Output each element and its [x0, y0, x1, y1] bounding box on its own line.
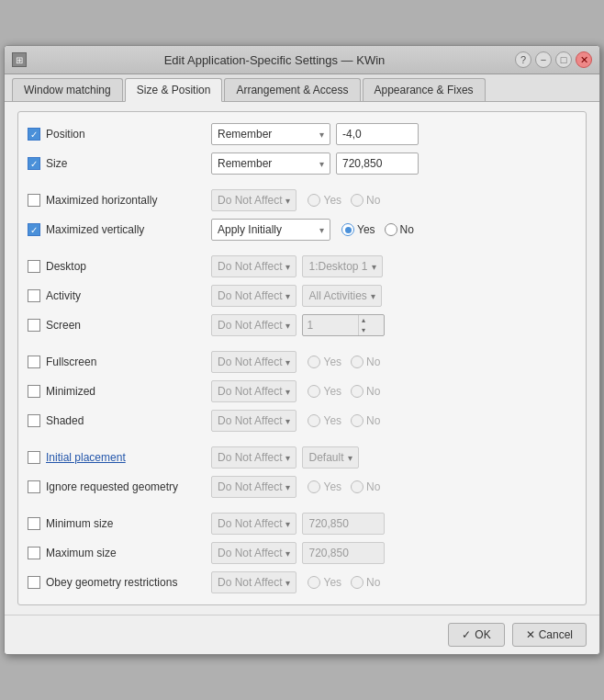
dropdown-arrow-icon: ▾: [285, 416, 290, 426]
minimum-size-label-area: Minimum size: [28, 517, 211, 530]
screen-spinbox-input[interactable]: [303, 319, 358, 332]
activity-dropdown-value: Do Not Affect: [218, 289, 282, 302]
size-checkbox[interactable]: [28, 157, 40, 170]
row-obey-geometry: Obey geometry restrictions Do Not Affect…: [28, 568, 576, 597]
maximized-v-yes[interactable]: Yes: [341, 223, 375, 236]
position-input[interactable]: [336, 123, 419, 145]
fullscreen-dropdown[interactable]: Do Not Affect ▾: [211, 351, 296, 373]
minimum-size-checkbox[interactable]: [28, 517, 40, 530]
obey-geometry-controls: Do Not Affect ▾ Yes No: [211, 571, 576, 593]
divider-2: [28, 244, 576, 252]
maximized-h-label-area: Maximized horizontally: [28, 194, 211, 207]
ignore-geometry-radio-group: Yes No: [308, 480, 380, 493]
divider-1: [28, 178, 576, 186]
maximized-v-dropdown[interactable]: Apply Initially ▾: [211, 219, 330, 241]
main-window: ⊞ Edit Application-Specific Settings — K…: [4, 45, 600, 655]
maximum-size-checkbox[interactable]: [28, 547, 40, 559]
shaded-radio-group: Yes No: [308, 414, 380, 427]
initial-placement-secondary-dropdown[interactable]: Default ▾: [302, 446, 358, 469]
maximized-v-label: Maximized vertically: [46, 223, 144, 236]
desktop-checkbox[interactable]: [28, 260, 40, 273]
screen-spinbox-up[interactable]: ▴: [359, 315, 368, 325]
minimize-button[interactable]: −: [535, 51, 552, 68]
screen-dropdown[interactable]: Do Not Affect ▾: [211, 314, 296, 336]
obey-geometry-dropdown[interactable]: Do Not Affect ▾: [211, 571, 296, 593]
ignore-geometry-dropdown-value: Do Not Affect: [218, 480, 282, 493]
position-checkbox[interactable]: [28, 128, 40, 141]
size-dropdown[interactable]: Remember ▾: [211, 152, 330, 175]
fullscreen-no: No: [351, 356, 380, 368]
obey-geometry-label: Obey geometry restrictions: [46, 576, 177, 589]
maximize-button[interactable]: □: [555, 51, 572, 68]
activity-secondary-dropdown[interactable]: All Activities ▾: [302, 285, 381, 307]
shaded-yes-circle: [308, 414, 320, 427]
desktop-secondary-dropdown[interactable]: 1:Desktop 1 ▾: [302, 255, 382, 277]
activity-secondary-value: All Activities: [308, 289, 366, 302]
maximized-v-checkbox[interactable]: [28, 223, 40, 236]
shaded-dropdown[interactable]: Do Not Affect ▾: [211, 410, 296, 432]
ignore-geometry-checkbox[interactable]: [28, 480, 40, 493]
minimized-checkbox[interactable]: [28, 385, 40, 398]
size-dropdown-value: Remember: [218, 157, 272, 170]
activity-dropdown[interactable]: Do Not Affect ▾: [211, 285, 296, 307]
dropdown-arrow-icon: ▾: [372, 262, 376, 272]
maximized-h-radio-group: Yes No: [308, 194, 380, 207]
position-controls: Remember ▾: [211, 123, 576, 145]
row-fullscreen: Fullscreen Do Not Affect ▾ Yes: [28, 347, 576, 377]
maximum-size-dropdown[interactable]: Do Not Affect ▾: [211, 542, 296, 564]
minimum-size-dropdown[interactable]: Do Not Affect ▾: [211, 513, 296, 535]
maximum-size-label: Maximum size: [46, 547, 117, 559]
close-button[interactable]: ✕: [576, 51, 592, 68]
ignore-geometry-dropdown[interactable]: Do Not Affect ▾: [211, 476, 296, 498]
tab-arrangement-access[interactable]: Arrangement & Access: [224, 78, 360, 101]
tab-appearance-fixes[interactable]: Appearance & Fixes: [363, 78, 486, 101]
activity-checkbox[interactable]: [28, 289, 40, 302]
minimized-yes-label: Yes: [323, 385, 341, 398]
fullscreen-label: Fullscreen: [46, 356, 96, 368]
divider-5: [28, 502, 576, 509]
size-input[interactable]: [336, 152, 419, 175]
shaded-checkbox[interactable]: [28, 414, 40, 427]
screen-label-area: Screen: [28, 319, 211, 332]
obey-geometry-checkbox[interactable]: [28, 576, 40, 589]
initial-placement-label[interactable]: Initial placement: [46, 451, 126, 464]
screen-spinbox-down[interactable]: ▾: [359, 325, 368, 335]
maximized-v-no[interactable]: No: [385, 223, 414, 236]
position-dropdown[interactable]: Remember ▾: [211, 123, 330, 145]
desktop-secondary-value: 1:Desktop 1: [308, 260, 367, 273]
window-title: Edit Application-Specific Settings — KWi…: [34, 53, 515, 67]
ignore-geometry-no: No: [351, 480, 380, 493]
row-minimum-size: Minimum size Do Not Affect ▾: [28, 509, 576, 538]
maximized-h-yes-circle: [308, 194, 320, 207]
minimized-dropdown[interactable]: Do Not Affect ▾: [211, 380, 296, 402]
divider-3: [28, 340, 576, 347]
tab-window-matching[interactable]: Window matching: [12, 78, 123, 101]
dropdown-arrow-icon: ▾: [285, 196, 290, 206]
size-label-area: Size: [28, 157, 211, 170]
row-position: Position Remember ▾: [28, 119, 576, 149]
screen-checkbox[interactable]: [28, 319, 40, 332]
dropdown-arrow-icon: ▾: [348, 453, 352, 463]
screen-spinbox[interactable]: ▴ ▾: [302, 314, 385, 336]
maximized-h-dropdown[interactable]: Do Not Affect ▾: [211, 189, 296, 211]
obey-geometry-dropdown-value: Do Not Affect: [218, 576, 282, 589]
initial-placement-dropdown[interactable]: Do Not Affect ▾: [211, 446, 296, 469]
initial-placement-checkbox[interactable]: [28, 451, 40, 464]
ignore-geometry-yes-circle: [308, 480, 320, 493]
ignore-geometry-controls: Do Not Affect ▾ Yes No: [211, 476, 576, 498]
tab-size-position[interactable]: Size & Position: [125, 78, 223, 102]
obey-geometry-radio-group: Yes No: [308, 576, 380, 589]
minimized-no: No: [351, 385, 380, 398]
cancel-button[interactable]: ✕ Cancel: [512, 623, 587, 647]
dropdown-arrow-icon: ▾: [285, 291, 290, 301]
screen-label: Screen: [46, 319, 81, 332]
row-desktop: Desktop Do Not Affect ▾ 1:Desktop 1 ▾: [28, 252, 576, 281]
ok-button[interactable]: ✓ OK: [448, 623, 504, 647]
help-button[interactable]: ?: [515, 51, 531, 68]
maximized-h-checkbox[interactable]: [28, 194, 40, 207]
shaded-no-label: No: [366, 414, 380, 427]
minimized-yes-circle: [308, 385, 320, 398]
desktop-dropdown[interactable]: Do Not Affect ▾: [211, 255, 296, 277]
desktop-dropdown-value: Do Not Affect: [218, 260, 282, 273]
fullscreen-checkbox[interactable]: [28, 356, 40, 368]
